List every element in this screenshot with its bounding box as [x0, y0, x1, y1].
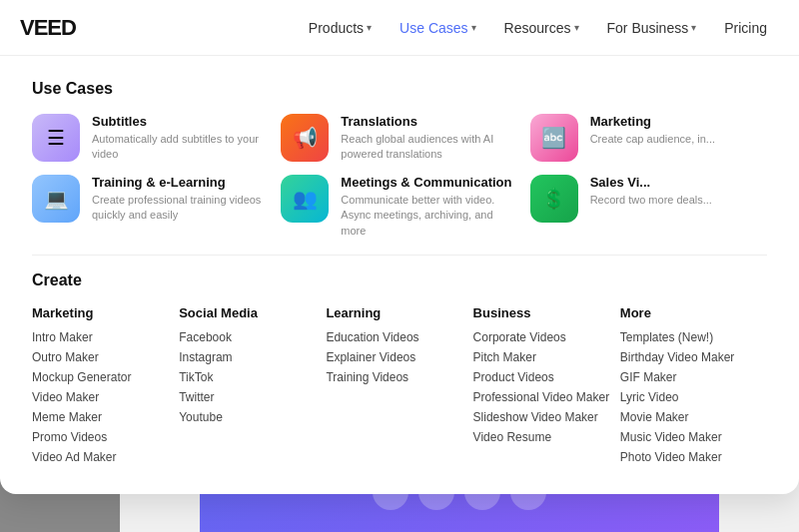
chevron-down-icon: ▾ — [367, 22, 372, 33]
create-col-item[interactable]: Intro Maker — [32, 330, 179, 344]
use-case-icon: ☰ — [32, 114, 80, 162]
use-case-card-desc: Create professional training videos quic… — [92, 193, 269, 224]
create-col-item[interactable]: Education Videos — [326, 330, 472, 344]
create-col-item[interactable]: Birthday Video Maker — [620, 350, 767, 364]
create-col-item[interactable]: Lyric Video — [620, 390, 767, 404]
use-case-card[interactable]: 📢TranslationsReach global audiences with… — [281, 114, 517, 163]
create-col-item[interactable]: Professional Video Maker — [473, 390, 620, 404]
nav-item-products[interactable]: Products▾ — [297, 14, 384, 42]
use-case-card-title: Translations — [341, 114, 517, 129]
use-case-icon: 🔤 — [530, 114, 578, 162]
dropdown-panel: Use Cases ☰SubtitlesAutomatically add su… — [0, 56, 799, 494]
use-case-info: SubtitlesAutomatically add subtitles to … — [92, 114, 269, 163]
use-case-icon: 💻 — [32, 175, 80, 223]
use-case-info: MarketingCreate cap audience, in... — [590, 114, 715, 147]
use-case-card-desc: Record two more deals... — [590, 193, 712, 208]
logo: VEED — [20, 15, 76, 41]
create-col-item[interactable]: GIF Maker — [620, 370, 767, 384]
use-case-card-title: Meetings & Communication — [341, 175, 517, 190]
create-col-title: Business — [473, 305, 620, 320]
chevron-down-icon: ▾ — [691, 22, 696, 33]
use-case-icon: 📢 — [281, 114, 329, 162]
section-divider — [32, 255, 767, 256]
create-col-title: Learning — [326, 305, 472, 320]
use-case-card-desc: Automatically add subtitles to your vide… — [92, 132, 269, 163]
use-case-info: Meetings & CommunicationCommunicate bett… — [341, 175, 517, 239]
create-title: Create — [32, 271, 767, 289]
nav-item-use-cases[interactable]: Use Cases▾ — [388, 14, 487, 42]
create-section: Create MarketingIntro MakerOutro MakerMo… — [32, 271, 767, 470]
create-col-item[interactable]: Promo Videos — [32, 430, 179, 444]
nav-item-for-business[interactable]: For Business▾ — [595, 14, 709, 42]
create-col-item[interactable]: Templates (New!) — [620, 330, 767, 344]
create-col-item[interactable]: Outro Maker — [32, 350, 179, 364]
create-col-item[interactable]: Video Resume — [473, 430, 620, 444]
chevron-down-icon: ▾ — [471, 22, 476, 33]
create-col-item[interactable]: Photo Video Maker — [620, 450, 767, 464]
create-col-item[interactable]: Mockup Generator — [32, 370, 179, 384]
create-col-title: Social Media — [179, 305, 326, 320]
use-case-card[interactable]: 💻Training & e-LearningCreate professiona… — [32, 175, 269, 239]
nav-item-resources[interactable]: Resources▾ — [492, 14, 591, 42]
nav-item-pricing[interactable]: Pricing — [712, 14, 779, 42]
create-column-more: MoreTemplates (New!)Birthday Video Maker… — [620, 305, 767, 470]
use-cases-title: Use Cases — [32, 80, 767, 98]
create-col-item[interactable]: Instagram — [179, 350, 326, 364]
use-case-card-title: Marketing — [590, 114, 715, 129]
use-case-card[interactable]: 👥Meetings & CommunicationCommunicate bet… — [281, 175, 517, 239]
create-column-learning: LearningEducation VideosExplainer Videos… — [326, 305, 472, 470]
use-cases-section: Use Cases ☰SubtitlesAutomatically add su… — [32, 80, 767, 239]
use-case-icon: 👥 — [281, 175, 329, 223]
header: VEED Products▾Use Cases▾Resources▾For Bu… — [0, 0, 799, 56]
use-case-card-title: Sales Vi... — [590, 175, 712, 190]
create-col-item[interactable]: Facebook — [179, 330, 326, 344]
create-col-title: Marketing — [32, 305, 179, 320]
create-col-item[interactable]: TikTok — [179, 370, 326, 384]
create-col-item[interactable]: Movie Maker — [620, 410, 767, 424]
use-case-icon: 💲 — [530, 175, 578, 223]
create-columns: MarketingIntro MakerOutro MakerMockup Ge… — [32, 305, 767, 470]
use-case-card-desc: Create cap audience, in... — [590, 132, 715, 147]
create-col-title: More — [620, 305, 767, 320]
create-col-item[interactable]: Training Videos — [326, 370, 472, 384]
create-col-item[interactable]: Slideshow Video Maker — [473, 410, 620, 424]
create-column-marketing: MarketingIntro MakerOutro MakerMockup Ge… — [32, 305, 179, 470]
create-col-item[interactable]: Music Video Maker — [620, 430, 767, 444]
create-col-item[interactable]: Video Ad Maker — [32, 450, 179, 464]
use-case-card[interactable]: ☰SubtitlesAutomatically add subtitles to… — [32, 114, 269, 163]
main-nav: Products▾Use Cases▾Resources▾For Busines… — [297, 14, 779, 42]
use-case-info: Sales Vi...Record two more deals... — [590, 175, 712, 208]
create-col-item[interactable]: Video Maker — [32, 390, 179, 404]
use-case-card-title: Subtitles — [92, 114, 269, 129]
create-col-item[interactable]: Explainer Videos — [326, 350, 472, 364]
create-col-item[interactable]: Twitter — [179, 390, 326, 404]
use-case-card-desc: Communicate better with video. Async mee… — [341, 193, 517, 239]
use-case-card-title: Training & e-Learning — [92, 175, 269, 190]
use-case-info: TranslationsReach global audiences with … — [341, 114, 517, 163]
use-case-card-desc: Reach global audiences with AI powered t… — [341, 132, 517, 163]
create-col-item[interactable]: Product Videos — [473, 370, 620, 384]
use-case-info: Training & e-LearningCreate professional… — [92, 175, 269, 224]
use-case-card[interactable]: 💲Sales Vi...Record two more deals... — [530, 175, 767, 239]
use-case-card[interactable]: 🔤MarketingCreate cap audience, in... — [530, 114, 767, 163]
create-column-business: BusinessCorporate VideosPitch MakerProdu… — [473, 305, 620, 470]
create-col-item[interactable]: Pitch Maker — [473, 350, 620, 364]
use-cases-grid: ☰SubtitlesAutomatically add subtitles to… — [32, 114, 767, 239]
create-col-item[interactable]: Corporate Videos — [473, 330, 620, 344]
chevron-down-icon: ▾ — [574, 22, 579, 33]
create-column-social-media: Social MediaFacebookInstagramTikTokTwitt… — [179, 305, 326, 470]
create-col-item[interactable]: Meme Maker — [32, 410, 179, 424]
create-col-item[interactable]: Youtube — [179, 410, 326, 424]
